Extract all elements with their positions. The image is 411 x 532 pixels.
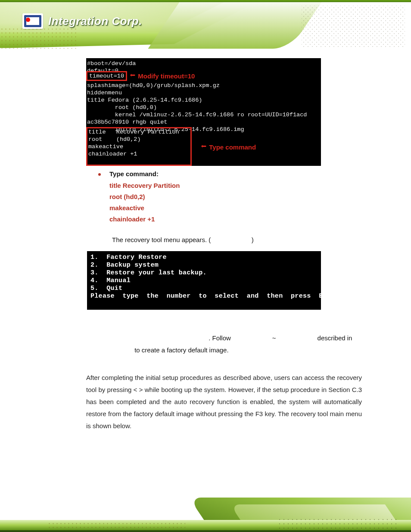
term1-cmd: chainloader +1: [88, 150, 188, 158]
command-line: makeactive: [109, 202, 364, 214]
menu-line: 1. Factory Restore: [90, 254, 167, 261]
follow-a: . Follow: [209, 334, 231, 342]
command-block-highlight: title Recovery Partition root (hd0,2) ma…: [86, 127, 192, 166]
brand-logo: Integration Corp.: [22, 13, 142, 29]
term1-cmd: makeactive: [88, 143, 188, 150]
recovery-menu-screenshot: 1. Factory Restore 2. Backup system 3. R…: [87, 251, 321, 310]
menu-line: 5. Quit: [90, 285, 122, 292]
menu-line: 4. Manual: [90, 277, 131, 284]
term1-cmd: root (hd0,2): [88, 136, 188, 143]
brand-mark-icon: [22, 13, 43, 29]
follow-d: to create a factory default image.: [134, 346, 228, 354]
term1-line: splashimage=(hd0,0)/grub/splash.xpm.gz: [87, 82, 318, 89]
grub-config-screenshot: #boot=/dev/sda default=0 splashimage=(hd…: [86, 58, 321, 166]
term1-line: title Fedora (2.6.25-14.fc9.i686): [87, 96, 318, 104]
footer-base: [0, 530, 411, 532]
term1-line: ac38b5c78910 rhgb quiet: [87, 118, 318, 126]
term1-line: kernel /vmlinuz-2.6.25-14.fc9.i686 ro ro…: [87, 111, 318, 118]
modify-timeout-note: Modify timeout=10: [138, 72, 195, 80]
menu-line: Please type the number to select and the…: [90, 292, 343, 300]
type-command-note: Type command: [209, 143, 256, 151]
step-caption: The recovery tool menu appears. ( ): [112, 236, 364, 243]
follow-b: ~: [265, 332, 283, 344]
footer-dots-right: [277, 517, 398, 529]
type-command-bullet: Type command:: [98, 170, 364, 177]
bullet-label: Type command:: [109, 170, 159, 177]
footer-dots-left: [47, 522, 185, 529]
term1-cmd: title Recovery Partition: [88, 128, 188, 136]
banner-ribbon: [148, 2, 322, 49]
body-paragraph: After completing the initial setup proce…: [86, 372, 362, 432]
bullet-icon: [98, 173, 101, 176]
header-banner: Integration Corp.: [0, 2, 411, 49]
term1-line: hiddenmenu: [87, 89, 318, 96]
page-content: #boot=/dev/sda default=0 splashimage=(hd…: [0, 49, 411, 498]
menu-line: 3. Restore your last backup.: [90, 269, 207, 277]
command-line: title Recovery Partition: [109, 180, 364, 191]
command-line: chainloader +1: [109, 214, 364, 225]
banner-dots-left: [0, 27, 78, 49]
step-text-b: ): [252, 236, 254, 243]
step-text-a: The recovery tool menu appears. (: [112, 236, 211, 243]
footer-banner: [0, 498, 411, 532]
brand-name: Integration Corp.: [48, 15, 142, 28]
timeout-highlight: timeout=10: [86, 71, 127, 81]
command-list: title Recovery Partition root (hd0,2) ma…: [109, 180, 364, 225]
term1-line: root (hd0,0): [87, 104, 318, 111]
menu-line: 2. Backup system: [90, 261, 159, 269]
banner-dots-right: [302, 6, 405, 47]
term1-line: #boot=/dev/sda: [87, 60, 318, 67]
command-line: root (hd0,2): [109, 191, 364, 202]
follow-c: described in: [318, 334, 352, 342]
follow-paragraph: . Follow ~ described in to create a fact…: [86, 332, 364, 356]
